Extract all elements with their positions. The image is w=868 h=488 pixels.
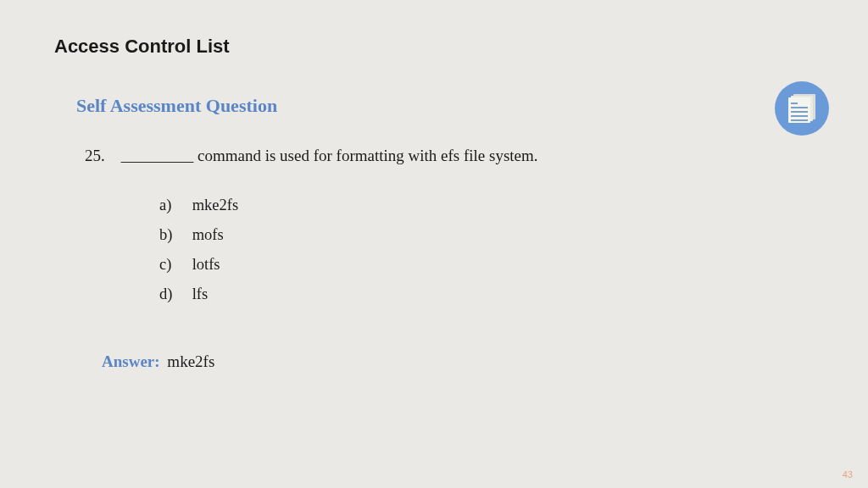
page-number: 43 (843, 469, 853, 480)
answer-value: mke2fs (167, 352, 214, 370)
option-d: d) lfs (159, 286, 238, 303)
option-letter: a) (159, 197, 188, 214)
option-text: mke2fs (192, 197, 238, 214)
option-text: lotfs (192, 256, 220, 273)
page-title: Access Control List (54, 36, 230, 58)
option-text: lfs (192, 286, 209, 302)
answer-row: Answer: mke2fs (102, 352, 214, 371)
document-icon (775, 81, 829, 136)
option-a: a) mke2fs (159, 197, 238, 214)
option-text: mofs (192, 226, 224, 243)
question-row: 25. _________ command is used for format… (85, 147, 538, 165)
option-letter: d) (159, 286, 188, 303)
option-letter: b) (159, 226, 188, 244)
question-text: _________ command is used for formatting… (121, 147, 538, 164)
question-number: 25. (85, 147, 105, 164)
options-list: a) mke2fs b) mofs c) lotfs d) lfs (159, 197, 238, 315)
section-title: Self Assessment Question (76, 95, 277, 117)
option-letter: c) (159, 256, 188, 274)
option-c: c) lotfs (159, 256, 238, 274)
option-b: b) mofs (159, 226, 238, 244)
answer-label: Answer: (102, 352, 160, 370)
